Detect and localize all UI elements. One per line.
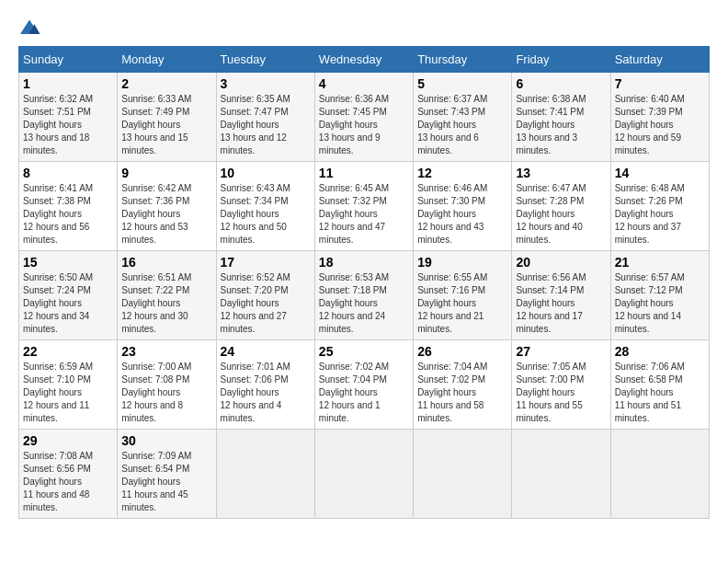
calendar-cell: 24Sunrise: 7:01 AMSunset: 7:06 PMDayligh… xyxy=(216,340,314,430)
day-number: 6 xyxy=(516,76,606,91)
day-info: Sunrise: 7:09 AMSunset: 6:54 PMDaylight … xyxy=(121,450,211,514)
day-info: Sunrise: 6:55 AMSunset: 7:16 PMDaylight … xyxy=(417,271,507,336)
day-info: Sunrise: 6:36 AMSunset: 7:45 PMDaylight … xyxy=(319,93,409,157)
day-info: Sunrise: 6:38 AMSunset: 7:41 PMDaylight … xyxy=(516,93,606,157)
day-info: Sunrise: 6:52 AMSunset: 7:20 PMDaylight … xyxy=(221,271,311,336)
week-row-5: 29Sunrise: 7:08 AMSunset: 6:56 PMDayligh… xyxy=(19,430,710,519)
calendar-cell: 13Sunrise: 6:47 AMSunset: 7:28 PMDayligh… xyxy=(512,162,610,251)
day-number: 24 xyxy=(221,344,311,359)
week-row-1: 1Sunrise: 6:32 AMSunset: 7:51 PMDaylight… xyxy=(19,73,710,162)
day-number: 9 xyxy=(121,166,211,180)
calendar-cell: 26Sunrise: 7:04 AMSunset: 7:02 PMDayligh… xyxy=(414,340,512,430)
day-info: Sunrise: 6:45 AMSunset: 7:32 PMDaylight … xyxy=(319,182,409,247)
calendar-cell: 21Sunrise: 6:57 AMSunset: 7:12 PMDayligh… xyxy=(610,251,709,340)
header-row: SundayMondayTuesdayWednesdayThursdayFrid… xyxy=(19,47,710,73)
calendar-cell: 1Sunrise: 6:32 AMSunset: 7:51 PMDaylight… xyxy=(19,73,118,162)
day-info: Sunrise: 7:01 AMSunset: 7:06 PMDaylight … xyxy=(221,361,311,425)
day-info: Sunrise: 6:42 AMSunset: 7:36 PMDaylight … xyxy=(121,182,211,247)
day-info: Sunrise: 6:33 AMSunset: 7:49 PMDaylight … xyxy=(121,93,211,157)
header xyxy=(18,18,710,37)
day-number: 11 xyxy=(319,166,409,180)
day-number: 4 xyxy=(319,76,409,91)
day-info: Sunrise: 6:59 AMSunset: 7:10 PMDaylight … xyxy=(23,361,113,425)
day-info: Sunrise: 6:41 AMSunset: 7:38 PMDaylight … xyxy=(23,182,113,247)
day-number: 28 xyxy=(615,344,705,359)
day-info: Sunrise: 7:05 AMSunset: 7:00 PMDaylight … xyxy=(516,361,606,425)
day-number: 23 xyxy=(121,344,211,359)
day-number: 29 xyxy=(23,433,113,448)
day-info: Sunrise: 6:46 AMSunset: 7:30 PMDaylight … xyxy=(417,182,507,247)
header-day-tuesday: Tuesday xyxy=(216,47,314,73)
calendar-cell: 3Sunrise: 6:35 AMSunset: 7:47 PMDaylight… xyxy=(216,73,314,162)
header-day-wednesday: Wednesday xyxy=(314,47,413,73)
header-day-monday: Monday xyxy=(118,47,216,73)
calendar-cell: 17Sunrise: 6:52 AMSunset: 7:20 PMDayligh… xyxy=(216,251,314,340)
calendar-cell xyxy=(216,430,314,519)
day-info: Sunrise: 7:08 AMSunset: 6:56 PMDaylight … xyxy=(23,450,113,514)
day-number: 26 xyxy=(417,344,507,359)
day-number: 30 xyxy=(121,433,211,448)
day-info: Sunrise: 7:00 AMSunset: 7:08 PMDaylight … xyxy=(121,361,211,425)
calendar-cell: 5Sunrise: 6:37 AMSunset: 7:43 PMDaylight… xyxy=(414,73,512,162)
calendar-cell: 20Sunrise: 6:56 AMSunset: 7:14 PMDayligh… xyxy=(512,251,610,340)
day-info: Sunrise: 6:51 AMSunset: 7:22 PMDaylight … xyxy=(121,271,211,336)
day-info: Sunrise: 6:48 AMSunset: 7:26 PMDaylight … xyxy=(615,182,705,247)
day-info: Sunrise: 6:35 AMSunset: 7:47 PMDaylight … xyxy=(221,93,311,157)
calendar-cell: 7Sunrise: 6:40 AMSunset: 7:39 PMDaylight… xyxy=(610,73,709,162)
calendar-table: SundayMondayTuesdayWednesdayThursdayFrid… xyxy=(18,46,710,519)
day-info: Sunrise: 7:06 AMSunset: 6:58 PMDaylight … xyxy=(615,361,705,425)
day-number: 18 xyxy=(319,255,409,270)
day-info: Sunrise: 6:43 AMSunset: 7:34 PMDaylight … xyxy=(221,182,311,247)
header-day-thursday: Thursday xyxy=(414,47,512,73)
calendar-cell: 22Sunrise: 6:59 AMSunset: 7:10 PMDayligh… xyxy=(19,340,118,430)
calendar-cell: 14Sunrise: 6:48 AMSunset: 7:26 PMDayligh… xyxy=(610,162,709,251)
day-number: 7 xyxy=(615,76,705,91)
calendar-cell: 10Sunrise: 6:43 AMSunset: 7:34 PMDayligh… xyxy=(216,162,314,251)
day-number: 27 xyxy=(516,344,606,359)
calendar-header: SundayMondayTuesdayWednesdayThursdayFrid… xyxy=(19,47,710,73)
logo-icon xyxy=(18,18,40,37)
day-info: Sunrise: 6:56 AMSunset: 7:14 PMDaylight … xyxy=(516,271,606,336)
day-number: 3 xyxy=(221,76,311,91)
header-day-sunday: Sunday xyxy=(19,47,118,73)
logo xyxy=(18,18,44,37)
day-info: Sunrise: 6:57 AMSunset: 7:12 PMDaylight … xyxy=(615,271,705,336)
day-number: 2 xyxy=(121,76,211,91)
day-info: Sunrise: 6:50 AMSunset: 7:24 PMDaylight … xyxy=(23,271,113,336)
calendar-cell xyxy=(512,430,610,519)
header-day-friday: Friday xyxy=(512,47,610,73)
day-number: 12 xyxy=(417,166,507,180)
day-number: 5 xyxy=(417,76,507,91)
calendar-cell: 4Sunrise: 6:36 AMSunset: 7:45 PMDaylight… xyxy=(314,73,413,162)
day-number: 25 xyxy=(319,344,409,359)
calendar-cell: 29Sunrise: 7:08 AMSunset: 6:56 PMDayligh… xyxy=(19,430,118,519)
calendar-cell xyxy=(610,430,709,519)
day-info: Sunrise: 6:32 AMSunset: 7:51 PMDaylight … xyxy=(23,93,113,157)
calendar-cell: 25Sunrise: 7:02 AMSunset: 7:04 PMDayligh… xyxy=(314,340,413,430)
calendar-cell: 6Sunrise: 6:38 AMSunset: 7:41 PMDaylight… xyxy=(512,73,610,162)
week-row-4: 22Sunrise: 6:59 AMSunset: 7:10 PMDayligh… xyxy=(19,340,710,430)
day-number: 22 xyxy=(23,344,113,359)
calendar-cell xyxy=(414,430,512,519)
day-number: 13 xyxy=(516,166,606,180)
day-number: 17 xyxy=(221,255,311,270)
day-info: Sunrise: 7:04 AMSunset: 7:02 PMDaylight … xyxy=(417,361,507,425)
calendar-cell: 15Sunrise: 6:50 AMSunset: 7:24 PMDayligh… xyxy=(19,251,118,340)
calendar-cell: 18Sunrise: 6:53 AMSunset: 7:18 PMDayligh… xyxy=(314,251,413,340)
calendar-cell: 28Sunrise: 7:06 AMSunset: 6:58 PMDayligh… xyxy=(610,340,709,430)
calendar-cell: 8Sunrise: 6:41 AMSunset: 7:38 PMDaylight… xyxy=(19,162,118,251)
day-number: 19 xyxy=(417,255,507,270)
header-day-saturday: Saturday xyxy=(610,47,709,73)
day-number: 21 xyxy=(615,255,705,270)
calendar-cell: 19Sunrise: 6:55 AMSunset: 7:16 PMDayligh… xyxy=(414,251,512,340)
day-number: 14 xyxy=(615,166,705,180)
day-number: 8 xyxy=(23,166,113,180)
day-number: 10 xyxy=(221,166,311,180)
day-number: 20 xyxy=(516,255,606,270)
week-row-2: 8Sunrise: 6:41 AMSunset: 7:38 PMDaylight… xyxy=(19,162,710,251)
calendar-cell: 11Sunrise: 6:45 AMSunset: 7:32 PMDayligh… xyxy=(314,162,413,251)
calendar-cell: 16Sunrise: 6:51 AMSunset: 7:22 PMDayligh… xyxy=(118,251,216,340)
week-row-3: 15Sunrise: 6:50 AMSunset: 7:24 PMDayligh… xyxy=(19,251,710,340)
calendar-cell: 23Sunrise: 7:00 AMSunset: 7:08 PMDayligh… xyxy=(118,340,216,430)
day-info: Sunrise: 7:02 AMSunset: 7:04 PMDaylight … xyxy=(319,361,409,425)
